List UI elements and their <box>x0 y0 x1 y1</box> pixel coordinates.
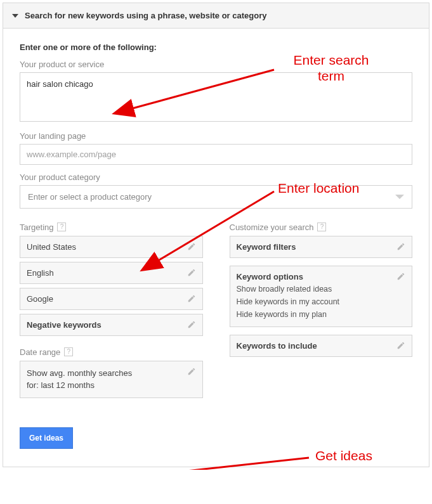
category-label: Your product category <box>20 172 412 182</box>
triangle-down-icon <box>12 14 18 18</box>
daterange-box[interactable]: Show avg. monthly searches for: last 12 … <box>20 361 203 398</box>
section-toggle[interactable]: Search for new keywords using a phrase, … <box>3 3 429 29</box>
targeting-negative[interactable]: Negative keywords <box>20 314 203 336</box>
landing-page-input[interactable] <box>20 144 412 165</box>
chevron-down-icon <box>395 195 404 199</box>
keyword-options[interactable]: Keyword options Show broadly related ide… <box>230 266 413 327</box>
targeting-network-value: Google <box>27 294 53 304</box>
option-line: Hide keywords in my account <box>237 295 340 308</box>
section-title: Search for new keywords using a phrase, … <box>25 11 266 20</box>
keyword-planner-panel: Search for new keywords using a phrase, … <box>3 3 429 467</box>
targeting-negative-value: Negative keywords <box>27 320 101 330</box>
customize-column: Customize your search ? Keyword filters … <box>230 223 413 402</box>
keyword-filters-label: Keyword filters <box>237 242 296 252</box>
keywords-to-include[interactable]: Keywords to include <box>230 335 413 357</box>
targeting-column: Targeting ? United States English Google… <box>20 223 203 402</box>
get-ideas-button[interactable]: Get ideas <box>20 427 73 449</box>
customize-label: Customize your search <box>230 223 314 232</box>
keyword-filters[interactable]: Keyword filters <box>230 236 413 258</box>
help-icon[interactable]: ? <box>317 223 326 231</box>
help-icon[interactable]: ? <box>64 347 73 356</box>
targeting-label: Targeting <box>20 223 53 232</box>
product-label: Your product or service <box>20 60 412 69</box>
category-select-placeholder: Enter or select a product category <box>28 192 152 202</box>
keyword-options-lines: Show broadly related ideas Hide keywords… <box>237 283 340 321</box>
landing-label: Your landing page <box>20 131 412 141</box>
targeting-location-value: United States <box>27 242 76 252</box>
targeting-language-value: English <box>27 268 54 278</box>
daterange-line1: Show avg. monthly searches <box>27 368 132 378</box>
category-select[interactable]: Enter or select a product category <box>20 185 412 209</box>
product-input[interactable] <box>20 72 412 122</box>
help-icon[interactable]: ? <box>57 223 66 231</box>
option-line: Show broadly related ideas <box>237 283 340 295</box>
pencil-icon <box>187 294 196 303</box>
pencil-icon <box>396 341 405 350</box>
targeting-network[interactable]: Google <box>20 288 203 310</box>
daterange-label: Date range <box>20 347 60 357</box>
section-body: Enter one or more of the following: Your… <box>3 29 429 467</box>
targeting-location[interactable]: United States <box>20 236 203 258</box>
intro-text: Enter one or more of the following: <box>20 42 412 52</box>
pencil-icon <box>187 320 196 329</box>
daterange-line2: for: last 12 months <box>27 380 95 390</box>
option-line: Hide keywords in my plan <box>237 308 340 321</box>
pencil-icon <box>396 272 405 281</box>
pencil-icon <box>187 242 196 251</box>
pencil-icon <box>187 367 196 376</box>
keywords-to-include-label: Keywords to include <box>237 341 317 351</box>
pencil-icon <box>396 242 405 251</box>
pencil-icon <box>187 268 196 277</box>
targeting-language[interactable]: English <box>20 262 203 284</box>
keyword-options-title: Keyword options <box>237 272 340 281</box>
